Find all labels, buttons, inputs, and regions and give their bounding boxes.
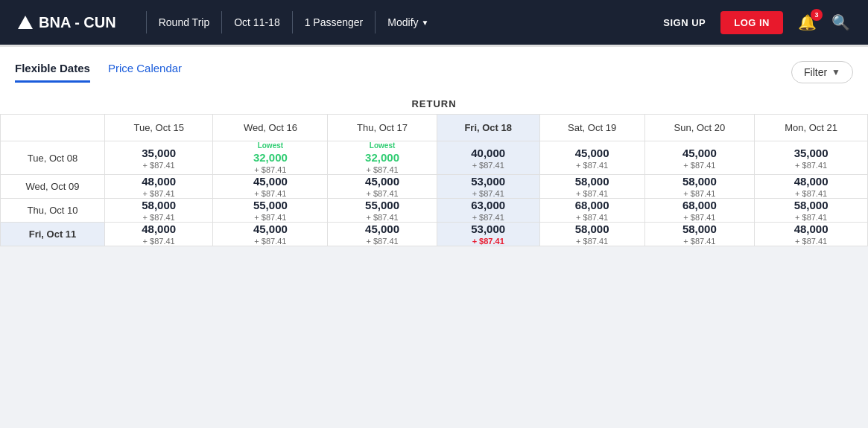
cell-2-1[interactable]: 55,000+ $87.41 <box>213 199 328 223</box>
divider-1 <box>146 11 147 33</box>
filter-button[interactable]: Filter ▼ <box>791 61 853 83</box>
notification-badge: 3 <box>811 9 823 21</box>
cell-fee: + $87.41 <box>645 189 755 198</box>
cell-points: 45,000 <box>328 223 436 235</box>
col-header-2: Thu, Oct 17 <box>328 115 437 141</box>
table-row: Tue, Oct 0835,000+ $87.41Lowest32,000+ $… <box>1 141 868 175</box>
cell-points: 63,000 <box>437 199 539 211</box>
tabs-area: Flexible Dates Price Calendar Filter ▼ <box>0 49 868 83</box>
divider-3 <box>292 11 293 33</box>
cell-2-2[interactable]: 55,000+ $87.41 <box>328 199 437 223</box>
cell-points: 48,000 <box>105 223 212 235</box>
cell-fee: + $87.41 <box>105 237 212 246</box>
table-row: Wed, Oct 0948,000+ $87.4145,000+ $87.414… <box>1 175 868 199</box>
cell-points: 32,000 <box>328 151 436 164</box>
lowest-label: Lowest <box>213 141 327 150</box>
cell-3-6[interactable]: 48,000+ $87.41 <box>755 223 868 246</box>
return-label: RETURN <box>0 91 868 114</box>
divider-2 <box>221 11 222 33</box>
cell-fee: + $87.41 <box>540 237 644 246</box>
cell-fee: + $87.41 <box>437 237 539 246</box>
trip-type[interactable]: Round Trip <box>159 16 209 28</box>
cell-fee: + $87.41 <box>213 213 327 222</box>
cell-fee: + $87.41 <box>437 161 539 170</box>
cell-0-3[interactable]: 40,000+ $87.41 <box>437 141 539 175</box>
cell-1-2[interactable]: 45,000+ $87.41 <box>328 175 437 199</box>
cell-fee: + $87.41 <box>328 165 436 174</box>
cell-points: 45,000 <box>540 147 644 159</box>
logo-text: BNA - CUN <box>39 14 116 31</box>
cell-fee: + $87.41 <box>645 161 755 170</box>
notification-bell-icon[interactable]: 🔔 3 <box>798 13 817 31</box>
progress-bar <box>0 45 868 47</box>
signup-button[interactable]: SIGN UP <box>663 17 706 28</box>
row-header-1: Wed, Oct 09 <box>1 175 105 199</box>
cell-2-0[interactable]: 58,000+ $87.41 <box>105 199 213 223</box>
tab-flexible-dates[interactable]: Flexible Dates <box>15 62 90 83</box>
login-button[interactable]: LOG IN <box>720 11 783 34</box>
cell-fee: + $87.41 <box>213 165 327 174</box>
cell-points: 48,000 <box>105 175 212 188</box>
calendar-area: RETURN Tue, Oct 15 Wed, Oct 16 Thu, Oct … <box>0 83 868 246</box>
cell-1-0[interactable]: 48,000+ $87.41 <box>105 175 213 199</box>
cell-3-3[interactable]: 53,000+ $87.41 <box>437 223 539 246</box>
cell-1-4[interactable]: 58,000+ $87.41 <box>539 175 644 199</box>
cell-2-5[interactable]: 68,000+ $87.41 <box>644 199 755 223</box>
cell-points: 53,000 <box>437 223 539 235</box>
col-header-3: Fri, Oct 18 <box>437 115 539 141</box>
cell-0-2[interactable]: Lowest32,000+ $87.41 <box>328 141 437 175</box>
modify-btn[interactable]: Modify ▼ <box>387 16 428 28</box>
col-header-4: Sat, Oct 19 <box>539 115 644 141</box>
cell-points: 48,000 <box>755 223 867 235</box>
cell-3-0[interactable]: 48,000+ $87.41 <box>105 223 213 246</box>
cell-points: 55,000 <box>213 199 327 211</box>
cell-0-6[interactable]: 35,000+ $87.41 <box>755 141 868 175</box>
col-header-1: Wed, Oct 16 <box>213 115 328 141</box>
header-right: SIGN UP LOG IN 🔔 3 🔍 <box>663 11 850 34</box>
cell-2-4[interactable]: 68,000+ $87.41 <box>539 199 644 223</box>
cell-0-5[interactable]: 45,000+ $87.41 <box>644 141 755 175</box>
tab-price-calendar[interactable]: Price Calendar <box>108 62 182 83</box>
search-icon[interactable]: 🔍 <box>831 13 850 31</box>
col-header-0: Tue, Oct 15 <box>105 115 213 141</box>
cell-3-1[interactable]: 45,000+ $87.41 <box>213 223 328 246</box>
corner-cell <box>1 115 105 141</box>
cell-1-3[interactable]: 53,000+ $87.41 <box>437 175 539 199</box>
cell-fee: + $87.41 <box>105 161 212 170</box>
dates[interactable]: Oct 11-18 <box>234 16 279 28</box>
cell-fee: + $87.41 <box>645 213 755 222</box>
table-row: Fri, Oct 1148,000+ $87.4145,000+ $87.414… <box>1 223 868 246</box>
passengers[interactable]: 1 Passenger <box>305 16 364 28</box>
cell-points: 45,000 <box>213 175 327 188</box>
cell-2-3[interactable]: 63,000+ $87.41 <box>437 199 539 223</box>
filter-chevron-icon: ▼ <box>831 67 840 77</box>
cell-0-1[interactable]: Lowest32,000+ $87.41 <box>213 141 328 175</box>
cell-3-5[interactable]: 58,000+ $87.41 <box>644 223 755 246</box>
cell-3-4[interactable]: 58,000+ $87.41 <box>539 223 644 246</box>
table-row: Thu, Oct 1058,000+ $87.4155,000+ $87.415… <box>1 199 868 223</box>
col-header-6: Mon, Oct 21 <box>755 115 868 141</box>
cell-2-6[interactable]: 58,000+ $87.41 <box>755 199 868 223</box>
cell-points: 68,000 <box>540 199 644 211</box>
cell-points: 58,000 <box>540 175 644 188</box>
cell-points: 58,000 <box>755 199 867 211</box>
cell-fee: + $87.41 <box>105 189 212 198</box>
cell-points: 55,000 <box>328 199 436 211</box>
col-header-5: Sun, Oct 20 <box>644 115 755 141</box>
cell-points: 35,000 <box>105 147 212 159</box>
cell-points: 45,000 <box>213 223 327 235</box>
cell-3-2[interactable]: 45,000+ $87.41 <box>328 223 437 246</box>
price-calendar-table: Tue, Oct 15 Wed, Oct 16 Thu, Oct 17 Fri,… <box>0 114 868 246</box>
cell-fee: + $87.41 <box>328 237 436 246</box>
cell-fee: + $87.41 <box>213 189 327 198</box>
cell-1-5[interactable]: 58,000+ $87.41 <box>644 175 755 199</box>
cell-1-1[interactable]: 45,000+ $87.41 <box>213 175 328 199</box>
logo-icon <box>18 16 33 29</box>
cell-fee: + $87.41 <box>755 161 867 170</box>
cell-1-6[interactable]: 48,000+ $87.41 <box>755 175 868 199</box>
cell-points: 53,000 <box>437 175 539 188</box>
cell-points: 58,000 <box>645 223 755 235</box>
cell-0-0[interactable]: 35,000+ $87.41 <box>105 141 213 175</box>
cell-fee: + $87.41 <box>540 161 644 170</box>
cell-0-4[interactable]: 45,000+ $87.41 <box>539 141 644 175</box>
